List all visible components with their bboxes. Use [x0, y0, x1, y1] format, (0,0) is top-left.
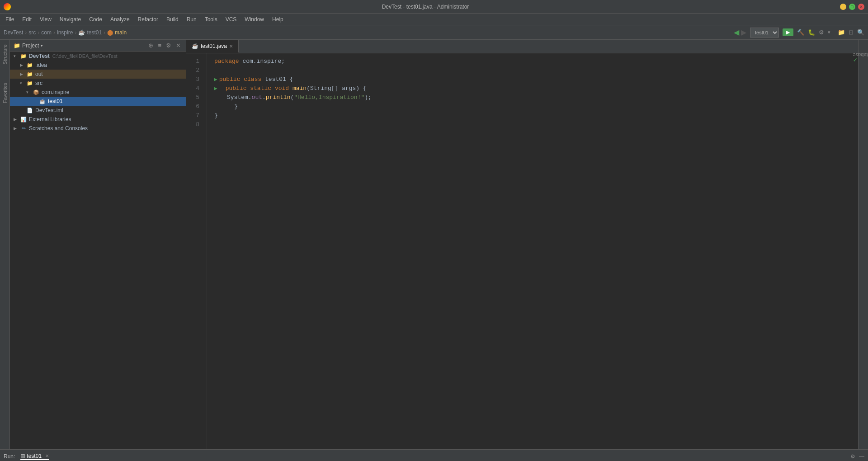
menu-vcs[interactable]: VCS	[222, 15, 241, 24]
out-label: out	[35, 71, 43, 77]
tree-item-devtest[interactable]: ▾ 📁 DevTest C:\dev_file\IDEA_file\DevTes…	[10, 52, 186, 61]
database-tab[interactable]: Database	[848, 51, 868, 59]
bottom-panel: Run: ▤ test01 ✕ ⚙ — ▶ ▲ ▼ ⬛ ⊞ 🖨 🗑 C:\dev…	[0, 449, 868, 461]
run-tab-icon: ▤	[20, 453, 25, 459]
tab-close-btn[interactable]: ✕	[229, 44, 233, 49]
breadcrumb-devtest[interactable]: DevTest	[4, 29, 23, 36]
dropdown-arrow[interactable]: ▾	[41, 43, 43, 48]
external-libs-label: External Libraries	[29, 116, 71, 122]
code-line-5: System.out.println("Hello,Inspiration!")…	[214, 93, 852, 102]
folder-icon: 📁	[14, 42, 20, 49]
menu-edit[interactable]: Edit	[19, 15, 35, 24]
maximize-button[interactable]: □	[849, 4, 855, 10]
breadcrumb: DevTest › src › com › inspire › ☕ test01…	[4, 29, 127, 36]
code-line-1: package com.inspire;	[214, 57, 852, 66]
com-inspire-label: com.inspire	[42, 89, 69, 95]
coverage-button[interactable]: ⚙	[819, 29, 824, 36]
menu-navigate[interactable]: Navigate	[56, 15, 85, 24]
devtest-folder-icon: 📁	[20, 52, 27, 60]
tree-item-scratches[interactable]: ▶ ✏ Scratches and Consoles	[10, 124, 186, 133]
package-icon: 📦	[33, 89, 40, 96]
bottom-tabs: Run: ▤ test01 ✕ ⚙ —	[0, 450, 868, 461]
panel-actions: ⊕ ≡ ⚙ ✕	[147, 42, 182, 49]
tree-item-idea[interactable]: ▶ 📁 .idea	[10, 61, 186, 70]
out-folder-icon: 📁	[26, 71, 33, 78]
panel-action-collapse[interactable]: ≡	[156, 42, 163, 49]
close-button[interactable]: ✕	[858, 4, 864, 10]
breadcrumb-sep2: ›	[38, 29, 39, 36]
tree-item-test01[interactable]: ☕ test01	[10, 97, 186, 106]
menu-help[interactable]: Help	[269, 15, 287, 24]
breadcrumb-inspire[interactable]: inspire	[57, 29, 73, 36]
tree-item-out[interactable]: ▶ 📁 out	[10, 70, 186, 79]
code-line-8	[214, 120, 852, 129]
editor-tabs: ☕ test01.java ✕	[186, 40, 858, 53]
panel-action-close[interactable]: ✕	[175, 42, 182, 49]
breadcrumb-main[interactable]: main	[115, 29, 127, 36]
run-arrow-3[interactable]: ▶	[214, 75, 217, 84]
run-arrow-4[interactable]: ▶	[214, 84, 217, 93]
menu-refactor[interactable]: Refactor	[134, 15, 162, 24]
code-content[interactable]: package com.inspire; ▶ public class test…	[207, 53, 852, 449]
toolbar-search[interactable]: 🔍	[857, 29, 864, 36]
run-label: Run:	[4, 453, 15, 460]
left-vertical-tabs: Structure Favorites	[0, 40, 10, 449]
menu-tools[interactable]: Tools	[201, 15, 221, 24]
menu-analyze[interactable]: Analyze	[107, 15, 133, 24]
menubar: File Edit View Navigate Code Analyze Ref…	[0, 14, 868, 25]
devtest-path: C:\dev_file\IDEA_file\DevTest	[52, 53, 118, 59]
debug-button[interactable]: 🐛	[808, 29, 815, 36]
nav-back-arrow[interactable]: ◀	[734, 28, 739, 37]
run-config-select[interactable]: test01	[750, 28, 779, 38]
favorites-tab-left[interactable]: Favorites	[1, 78, 9, 108]
tree-item-external-libs[interactable]: ▶ 📊 External Libraries	[10, 115, 186, 124]
panel-action-settings[interactable]: ⚙	[165, 42, 173, 49]
tab-actions: ⚙ —	[850, 453, 864, 460]
breadcrumb-com[interactable]: com	[41, 29, 52, 36]
project-panel-title: 📁 Project ▾	[14, 42, 43, 49]
editor-tab-test01[interactable]: ☕ test01.java ✕	[186, 40, 239, 53]
menu-run[interactable]: Run	[183, 15, 200, 24]
idea-folder-icon: 📁	[26, 61, 33, 69]
devtest-label: DevTest	[29, 53, 50, 59]
tree-item-src[interactable]: ▾ 📁 src	[10, 79, 186, 88]
breadcrumb-src[interactable]: src	[28, 29, 36, 36]
run-tab-close[interactable]: ✕	[45, 453, 49, 458]
structure-tab[interactable]: Structure	[1, 40, 9, 69]
main-layout: Structure Favorites 📁 Project ▾ ⊕ ≡ ⚙ ✕ …	[0, 40, 868, 449]
code-editor[interactable]: 1 2 3 4 5 6 7 8 package com.inspire; ▶	[186, 53, 858, 449]
right-gutter: ✓	[852, 53, 858, 449]
code-line-4: ▶ public static void main(String[] args)…	[214, 84, 852, 93]
test01-label: test01	[48, 98, 63, 104]
menu-window[interactable]: Window	[241, 15, 268, 24]
run-button[interactable]: ▶	[783, 28, 793, 36]
run-tab-label: test01	[27, 453, 42, 459]
test01-java-icon: ☕	[39, 98, 46, 105]
run-tab-test01[interactable]: ▤ test01 ✕	[20, 453, 49, 460]
nav-forward-arrow[interactable]: ▶	[741, 28, 746, 37]
titlebar-title: DevTest - test01.java - Administrator	[382, 4, 469, 10]
src-folder-icon: 📁	[26, 80, 33, 87]
editor-area: ☕ test01.java ✕ 1 2 3 4 5 6 7 8 package …	[186, 40, 858, 449]
panel-settings-btn[interactable]: ⚙	[850, 453, 855, 460]
breadcrumb-test01[interactable]: test01	[87, 29, 102, 36]
breadcrumb-test01-icon: ☕	[78, 29, 85, 36]
panel-minimize-btn[interactable]: —	[859, 453, 864, 460]
menu-file[interactable]: File	[2, 15, 18, 24]
menu-code[interactable]: Code	[85, 15, 106, 24]
toolbar-sync[interactable]: ⊡	[849, 29, 854, 36]
toolbar-open-folder[interactable]: 📁	[838, 29, 845, 36]
menu-view[interactable]: View	[36, 15, 55, 24]
tree-item-devtest-iml[interactable]: 📄 DevTest.iml	[10, 106, 186, 115]
build-button[interactable]: 🔨	[797, 29, 804, 36]
minimize-button[interactable]: —	[840, 4, 846, 10]
menu-build[interactable]: Build	[163, 15, 182, 24]
more-run-options[interactable]: ▾	[828, 29, 830, 35]
src-label: src	[35, 80, 42, 86]
code-line-2	[214, 66, 852, 75]
tree-item-com-inspire[interactable]: ▾ 📦 com.inspire	[10, 88, 186, 97]
panel-action-locate[interactable]: ⊕	[147, 42, 155, 49]
titlebar: DevTest - test01.java - Administrator — …	[0, 0, 868, 14]
project-panel: 📁 Project ▾ ⊕ ≡ ⚙ ✕ ▾ 📁 DevTest C:\dev_f…	[10, 40, 186, 449]
window-controls: — □ ✕	[840, 4, 864, 10]
